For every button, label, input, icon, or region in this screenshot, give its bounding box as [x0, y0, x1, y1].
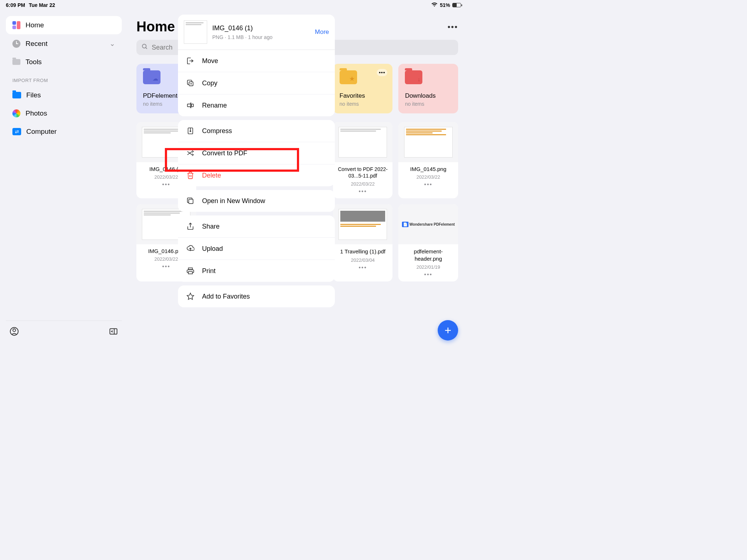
file-card[interactable]: IMG_0145.png 2022/03/22 •••: [398, 122, 458, 198]
copy-icon: [186, 79, 195, 88]
menu-copy[interactable]: Copy: [178, 72, 335, 94]
nav-files-label: Files: [26, 91, 41, 99]
account-icon[interactable]: [9, 327, 19, 338]
file-more-icon[interactable]: •••: [398, 181, 458, 188]
file-date: 2022/03/22: [333, 181, 393, 187]
status-time: 6:09 PM: [6, 2, 25, 8]
file-date: 2022/03/22: [398, 174, 458, 180]
print-icon: [186, 267, 195, 275]
menu-label: Rename: [202, 102, 227, 109]
menu-move[interactable]: Move: [178, 50, 335, 72]
menu-label: Compress: [202, 127, 232, 135]
header-more-icon[interactable]: •••: [448, 22, 458, 32]
nav-computer[interactable]: ⇄ Computer: [6, 122, 122, 141]
file-thumbnail: [398, 122, 458, 162]
file-date: 2022/01/19: [398, 264, 458, 270]
computer-icon: ⇄: [12, 128, 21, 135]
window-icon: [186, 197, 195, 205]
file-more-icon[interactable]: •••: [398, 271, 458, 278]
folder-card-favorites[interactable]: ••• ★ Favorites no items: [333, 64, 393, 113]
menu-rename[interactable]: Rename: [178, 94, 335, 116]
folder-card-downloads[interactable]: ↓ Downloads no items: [398, 64, 458, 113]
nav-photos[interactable]: Photos: [6, 104, 122, 122]
context-menu: IMG_0146 (1) PNG · 1.1 MB · 1 hour ago M…: [178, 15, 335, 307]
nav-home[interactable]: Home: [6, 16, 122, 34]
file-name: Convert to PDF 2022-03...5-11.pdf: [333, 166, 393, 179]
menu-label: Copy: [202, 79, 217, 87]
search-icon: [142, 43, 148, 51]
svg-point-4: [142, 44, 146, 48]
battery-percent: 51%: [440, 2, 450, 8]
file-more-icon[interactable]: •••: [333, 264, 393, 271]
popup-title: IMG_0146 (1): [212, 24, 310, 32]
photos-icon: [12, 109, 20, 117]
menu-label: Add to Favorites: [202, 293, 250, 300]
status-bar: 6:09 PM Tue Mar 22 51%: [0, 0, 467, 10]
menu-label: Share: [202, 223, 220, 230]
menu-label: Open in New Window: [202, 197, 265, 205]
plus-icon: +: [445, 324, 452, 337]
nav-files[interactable]: Files: [6, 86, 122, 104]
nav-recent-label: Recent: [26, 40, 47, 48]
nav-computer-label: Computer: [26, 128, 57, 136]
sidebar: Home Recent ⌄ Tools IMPORT FROM Files Ph…: [0, 10, 128, 349]
file-thumbnail: [333, 204, 393, 244]
folder-count: no items: [340, 101, 386, 107]
folder-name: Favorites: [340, 92, 386, 100]
move-icon: [186, 57, 195, 65]
menu-print[interactable]: Print: [178, 260, 335, 282]
folder-icon: ☁: [143, 70, 160, 84]
menu-label: Move: [202, 57, 218, 65]
battery-icon: [452, 3, 461, 7]
menu-open-new-window[interactable]: Open in New Window: [178, 190, 335, 212]
folder-name: Downloads: [405, 92, 452, 100]
status-date: Tue Mar 22: [29, 2, 55, 8]
menu-label: Convert to PDF: [202, 149, 247, 157]
file-name: pdfelement-header.png: [398, 248, 458, 262]
menu-upload[interactable]: Upload: [178, 238, 335, 260]
svg-rect-23: [189, 268, 193, 270]
file-card[interactable]: Convert to PDF 2022-03...5-11.pdf 2022/0…: [333, 122, 393, 198]
svg-marker-25: [187, 293, 194, 299]
file-more-icon[interactable]: •••: [333, 188, 393, 195]
svg-rect-24: [189, 272, 193, 274]
file-date: 2022/03/04: [333, 257, 393, 263]
compress-icon: [186, 127, 195, 135]
nav-home-label: Home: [26, 21, 44, 29]
menu-add-favorites[interactable]: Add to Favorites: [178, 285, 335, 307]
trash-icon: [186, 171, 195, 180]
popup-thumbnail: [184, 20, 207, 44]
file-card[interactable]: 1 Travelling (1).pdf 2022/03/04 •••: [333, 204, 393, 281]
menu-label: Upload: [202, 245, 223, 253]
menu-share[interactable]: Share: [178, 215, 335, 238]
file-card[interactable]: 📄Wondershare PDFelement pdfelement-heade…: [398, 204, 458, 281]
layout-icon[interactable]: [109, 327, 118, 338]
import-from-label: IMPORT FROM: [6, 71, 122, 86]
svg-rect-20: [189, 199, 193, 203]
add-button[interactable]: +: [438, 320, 458, 341]
folder-icon: [12, 92, 21, 98]
rename-icon: [186, 101, 195, 110]
folder-count: no items: [405, 101, 452, 107]
menu-delete[interactable]: Delete: [178, 164, 335, 186]
menu-label: Print: [202, 267, 216, 275]
file-name: IMG_0145.png: [398, 166, 458, 172]
clock-icon: [12, 40, 20, 48]
svg-line-5: [146, 47, 147, 49]
menu-convert-to-pdf[interactable]: Convert to PDF: [178, 142, 335, 164]
page-title: Home: [136, 19, 175, 35]
file-thumbnail: 📄Wondershare PDFelement: [398, 204, 458, 244]
folder-icon: ★: [340, 70, 357, 84]
chevron-down-icon: ⌄: [109, 39, 115, 48]
share-icon: [186, 222, 195, 231]
menu-compress[interactable]: Compress: [178, 120, 335, 142]
wifi-icon: [431, 2, 438, 8]
svg-point-17: [190, 131, 191, 132]
file-thumbnail: [333, 122, 393, 162]
convert-icon: [186, 149, 195, 158]
menu-label: Delete: [202, 172, 221, 179]
folder-more-icon[interactable]: •••: [377, 69, 388, 76]
popup-more-button[interactable]: More: [315, 28, 329, 36]
nav-recent[interactable]: Recent ⌄: [6, 34, 122, 53]
nav-tools[interactable]: Tools: [6, 53, 122, 71]
